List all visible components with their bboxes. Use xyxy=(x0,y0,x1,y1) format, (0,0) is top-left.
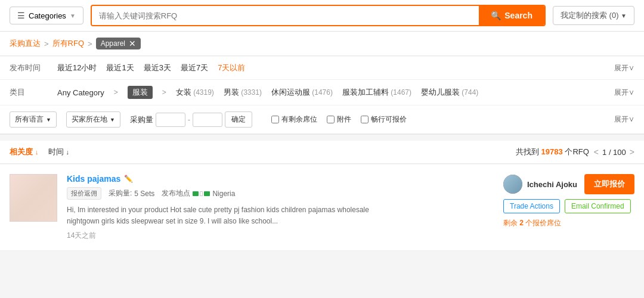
total-count: 19783 xyxy=(541,147,563,156)
cat-sub-3[interactable]: 服装加工辅料 (1467) xyxy=(342,87,411,98)
breadcrumb-tag-label: Apparel xyxy=(101,39,125,48)
qty-confirm-button[interactable]: 确定 xyxy=(225,111,252,128)
product-main-info: Kids pajamas ✏️ 报价返佣 采购量: 5 Sets 发布地点 Ni… xyxy=(67,174,494,241)
category-filter-row: 类目 Any Category > 服装 > 女装 (4319) 男装 (333… xyxy=(0,80,644,105)
flag-green-stripe xyxy=(193,191,199,196)
quote-button[interactable]: 立即报价 xyxy=(584,174,634,194)
lang-filter-expand[interactable]: 展开∨ xyxy=(614,114,634,125)
cat-arrow2-icon: > xyxy=(162,88,166,97)
categories-button[interactable]: ☰ Categories ▼ xyxy=(10,7,83,24)
search-button[interactable]: 🔍 Search xyxy=(479,6,544,25)
checkbox-attachment-label: 附件 xyxy=(337,114,351,125)
total-label: 共找到 xyxy=(516,147,539,156)
breadcrumb-link-rfq[interactable]: 所有RFQ xyxy=(52,38,84,49)
slots-unit: 个报价席位 xyxy=(525,219,561,227)
chevron-down-icon: ▼ xyxy=(70,13,76,19)
checkbox-price-input[interactable] xyxy=(361,116,369,123)
edit-icon: ✏️ xyxy=(124,175,133,183)
qty-dash: - xyxy=(188,115,190,124)
search-icon: 🔍 xyxy=(491,11,501,20)
filters-container: 发布时间 最近12小时 最近1天 最近3天 最近7天 7天以前 展开∨ 类目 A… xyxy=(0,57,644,135)
checkbox-price[interactable]: 畅行可报价 xyxy=(361,114,407,125)
checkbox-price-label: 畅行可报价 xyxy=(371,114,407,125)
product-meta: 报价返佣 采购量: 5 Sets 发布地点 Nigeria xyxy=(67,187,494,200)
page-prev-button[interactable]: < xyxy=(594,147,599,157)
time-filter-row: 发布时间 最近12小时 最近1天 最近3天 最近7天 7天以前 展开∨ xyxy=(0,57,644,80)
breadcrumb-tag: Apparel ✕ xyxy=(96,38,141,49)
lang-filter-row: 所有语言 ▼ 买家所在地 ▼ 采购量 - 确定 有剩余席位 附件 畅 xyxy=(0,105,644,134)
flag-white-stripe xyxy=(200,191,203,196)
time-option-3d[interactable]: 最近3天 xyxy=(144,63,171,73)
avatar-image xyxy=(503,175,522,194)
email-confirmed-button[interactable]: Email Confirmed xyxy=(565,199,631,213)
time-filter-expand[interactable]: 展开∨ xyxy=(614,63,634,73)
breadcrumb-link-home[interactable]: 采购直达 xyxy=(10,38,41,49)
close-icon[interactable]: ✕ xyxy=(129,39,136,48)
time-option-12h[interactable]: 最近12小时 xyxy=(57,63,97,73)
cat-arrow-icon: > xyxy=(114,88,118,97)
cat-any[interactable]: Any Category xyxy=(57,88,104,97)
language-label: 所有语言 xyxy=(15,114,44,125)
time-option-7d[interactable]: 最近7天 xyxy=(181,63,208,73)
cat-sub-0[interactable]: 女装 (4319) xyxy=(176,87,214,98)
location-label-text: 发布地点 xyxy=(162,188,190,198)
meta-tag-commission[interactable]: 报价返佣 xyxy=(67,187,101,200)
sort-time[interactable]: 时间 ↓ xyxy=(48,147,70,157)
product-description: Hi, Im interested in your product Hot sa… xyxy=(67,204,377,227)
search-bar: 🔍 Search xyxy=(91,5,546,26)
custom-search-label: 我定制的搜索 (0) xyxy=(561,11,619,20)
checkbox-attachment-input[interactable] xyxy=(327,116,335,123)
qty-value-text: 5 Sets xyxy=(134,190,154,198)
page-total: 100 xyxy=(613,148,626,157)
checkbox-attachment[interactable]: 附件 xyxy=(327,114,351,125)
qty-min-input[interactable] xyxy=(156,113,185,127)
checkbox-seats-input[interactable] xyxy=(271,116,279,123)
time-option-1d[interactable]: 最近1天 xyxy=(106,63,134,73)
qty-label: 采购量 xyxy=(130,114,153,125)
product-list: Kids pajamas ✏️ 报价返佣 采购量: 5 Sets 发布地点 Ni… xyxy=(0,164,644,251)
qty-label-text: 采购量: xyxy=(109,188,132,198)
seller-info: Ichechi Ajoku xyxy=(503,175,577,194)
language-dropdown[interactable]: 所有语言 ▼ xyxy=(10,111,57,128)
location-dropdown[interactable]: 买家所在地 ▼ xyxy=(66,111,120,128)
qty-max-input[interactable] xyxy=(193,113,222,127)
cat-sub-2[interactable]: 休闲运动服 (1476) xyxy=(271,87,333,98)
sort-relevance[interactable]: 相关度 ↓ xyxy=(10,147,39,157)
page-next-button[interactable]: > xyxy=(630,147,634,157)
cat-selected[interactable]: 服装 xyxy=(128,86,153,99)
sort-right: 共找到 19783 个RFQ < 1 / 100 > xyxy=(516,147,634,157)
total-info: 共找到 19783 个RFQ xyxy=(516,147,589,157)
search-input[interactable] xyxy=(92,7,479,25)
chevron-down-loc-icon: ▼ xyxy=(110,117,115,123)
trade-actions-button[interactable]: Trade Actions xyxy=(503,199,560,213)
sort-relevance-arrow-icon: ↓ xyxy=(35,148,39,156)
chevron-down-icon-custom: ▼ xyxy=(621,13,627,19)
time-filter-label: 发布时间 xyxy=(10,63,57,73)
cat-sub-1[interactable]: 男装 (3331) xyxy=(224,87,262,98)
slots-remaining: 剩余 2 个报价席位 xyxy=(503,218,561,228)
avatar xyxy=(503,175,522,194)
page-info: 1 / 100 xyxy=(602,148,626,157)
location-label: 买家所在地 xyxy=(72,114,107,125)
product-time: 14天之前 xyxy=(67,231,494,241)
sort-time-arrow-icon: ↓ xyxy=(66,148,70,156)
page-nav: < 1 / 100 > xyxy=(594,147,634,157)
time-filter-options: 最近12小时 最近1天 最近3天 最近7天 7天以前 xyxy=(57,63,614,73)
sort-bar: 相关度 ↓ 时间 ↓ 共找到 19783 个RFQ < 1 / 100 > xyxy=(0,141,644,164)
product-thumbnail xyxy=(10,174,57,222)
location-text: Nigeria xyxy=(212,190,235,198)
seller-name[interactable]: Ichechi Ajoku xyxy=(527,180,577,189)
product-title-text[interactable]: Kids pajamas xyxy=(67,174,120,184)
qty-range: 采购量 - 确定 xyxy=(130,111,252,128)
cat-sub-4[interactable]: 婴幼儿服装 (744) xyxy=(421,87,478,98)
product-right-panel: Ichechi Ajoku 立即报价 Trade Actions Email C… xyxy=(503,174,634,228)
time-option-7d-plus[interactable]: 7天以前 xyxy=(218,63,245,73)
breadcrumb: 采购直达 > 所有RFQ > Apparel ✕ xyxy=(0,32,644,56)
custom-search-button[interactable]: 我定制的搜索 (0) ▼ xyxy=(553,6,634,25)
flag-green-stripe2 xyxy=(204,191,210,196)
cat-filter-expand[interactable]: 展开∨ xyxy=(614,88,634,98)
total-unit: 个RFQ xyxy=(565,147,589,156)
breadcrumb-sep1: > xyxy=(44,39,49,48)
flag-icon xyxy=(193,191,210,196)
checkbox-seats[interactable]: 有剩余席位 xyxy=(271,114,317,125)
